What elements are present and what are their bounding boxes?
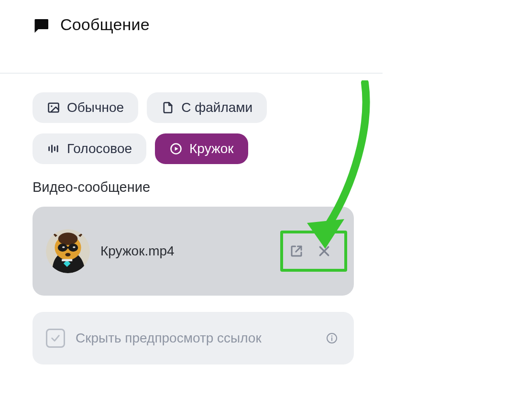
svg-point-16 [73,246,76,248]
message-icon [33,16,50,33]
image-icon [47,101,60,114]
hide-preview-option[interactable]: Скрыть предпросмотр ссылок [33,312,354,365]
hide-preview-label: Скрыть предпросмотр ссылок [76,331,313,346]
svg-point-15 [62,246,65,248]
type-normal-button[interactable]: Обычное [33,92,138,123]
video-message-label: Видео-сообщение [33,179,383,195]
file-name: Кружок.mp4 [100,243,270,259]
type-files-label: С файлами [181,100,252,115]
svg-rect-18 [62,259,72,262]
svg-point-1 [51,105,53,107]
svg-point-23 [331,335,332,336]
check-icon [50,333,61,343]
type-circle-button[interactable]: Кружок [155,133,248,164]
file-icon [161,101,175,114]
svg-point-17 [65,253,70,256]
close-icon [317,244,331,258]
play-circle-icon [169,142,183,155]
type-files-button[interactable]: С файлами [147,92,267,123]
svg-rect-14 [66,247,69,249]
remove-file-button[interactable] [315,242,334,261]
divider [0,73,383,74]
section-title: Сообщение [60,15,150,34]
hide-preview-info-button[interactable] [323,330,340,347]
section-heading: Сообщение [33,15,383,34]
svg-point-11 [58,232,77,245]
type-circle-label: Кружок [189,141,233,156]
file-attachment-card: Кружок.mp4 [33,207,354,296]
type-voice-button[interactable]: Голосовое [33,133,146,164]
hide-preview-checkbox[interactable] [46,329,65,348]
type-voice-label: Голосовое [67,141,132,156]
svg-marker-7 [175,147,178,151]
audio-wave-icon [47,142,60,155]
video-thumbnail [46,229,90,273]
type-normal-label: Обычное [67,100,124,115]
open-external-button[interactable] [287,242,306,261]
info-icon [326,331,338,345]
external-link-icon [289,244,304,258]
